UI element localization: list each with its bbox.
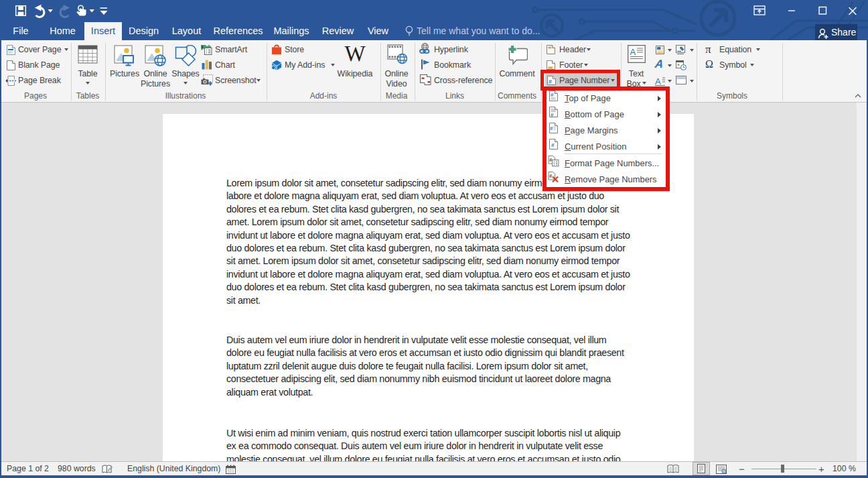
svg-text:A: A xyxy=(655,76,661,86)
svg-text:A: A xyxy=(630,47,636,57)
svg-text:#: # xyxy=(551,92,554,98)
svg-text:#: # xyxy=(551,142,555,148)
svg-text:#: # xyxy=(551,112,554,118)
svg-text:#: # xyxy=(550,125,553,131)
